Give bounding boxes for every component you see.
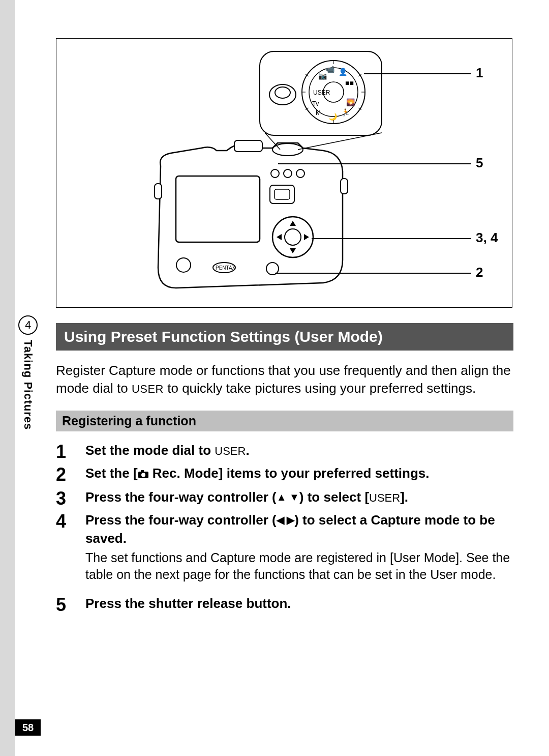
steps-list: 1 Set the mode dial to USER. 2 Set the [… — [56, 442, 513, 618]
callout-label-34: 3, 4 — [476, 230, 498, 246]
svg-rect-43 — [141, 470, 144, 472]
step-text-part: Set the [ — [85, 466, 138, 481]
step-text-part: Rec. Mode] items to your preferred setti… — [149, 466, 430, 481]
step-note: The set functions and Capture mode are r… — [85, 547, 513, 590]
section-title-bar: Using Preset Function Settings (User Mod… — [56, 323, 513, 351]
step-text: Press the four-way controller (◀ ▶) to s… — [85, 511, 513, 595]
step-row: 4 Press the four-way controller (◀ ▶) to… — [56, 511, 513, 595]
step-text: Set the [ Rec. Mode] items to your prefe… — [85, 464, 513, 488]
chapter-number-badge: 4 — [18, 315, 38, 335]
step-text-part: ]. — [400, 489, 408, 505]
user-mode-text: USER — [215, 445, 246, 457]
svg-point-44 — [141, 473, 145, 477]
up-down-arrows-icon: ▲ ▼ — [277, 491, 299, 503]
callout-line — [364, 73, 471, 74]
step-text: Set the mode dial to USER. — [85, 442, 513, 464]
svg-line-41 — [298, 133, 382, 150]
callout-label-5: 5 — [476, 155, 483, 171]
margin-stripe — [0, 0, 15, 756]
svg-line-40 — [265, 133, 280, 150]
callout-label-2: 2 — [476, 265, 483, 280]
illustration-box: USER ■■ 👤 📹 📷 🌄 🏃 🌙 M Tv — [56, 38, 512, 308]
chapter-sidebar: 4 Taking Pictures — [15, 315, 41, 430]
step-text-part: Press the four-way controller ( — [85, 489, 277, 505]
left-right-arrows-icon: ◀ ▶ — [277, 514, 295, 526]
callout-line — [312, 238, 471, 239]
step-row: 1 Set the mode dial to USER. — [56, 442, 513, 464]
user-mode-text: USER — [369, 491, 400, 504]
subsection-heading: Registering a function — [56, 411, 513, 431]
step-number: 3 — [56, 488, 85, 511]
step-number: 5 — [56, 595, 85, 618]
page-content: USER ■■ 👤 📹 📷 🌄 🏃 🌙 M Tv — [56, 38, 513, 618]
callout-label-1: 1 — [476, 65, 483, 81]
intro-part-b: to quickly take pictures using your pref… — [164, 381, 476, 396]
step-number: 2 — [56, 464, 85, 488]
chapter-label: Taking Pictures — [21, 340, 35, 430]
callout-line — [278, 163, 471, 164]
page-number: 58 — [15, 719, 41, 736]
step-text-part: Press the four-way controller ( — [85, 512, 277, 528]
callout-connector-lines — [56, 39, 513, 308]
step-row: 2 Set the [ Rec. Mode] items to your pre… — [56, 464, 513, 488]
intro-text: Register Capture mode or functions that … — [56, 362, 513, 397]
user-mode-text: USER — [132, 383, 164, 395]
step-row: 5 Press the shutter release button. — [56, 595, 513, 618]
step-text: Press the four-way controller (▲ ▼) to s… — [85, 488, 513, 511]
step-number: 4 — [56, 511, 85, 595]
step-row: 3 Press the four-way controller (▲ ▼) to… — [56, 488, 513, 511]
step-number: 1 — [56, 442, 85, 464]
step-text: Press the shutter release button. — [85, 595, 513, 618]
camera-icon — [138, 466, 149, 483]
step-text-part: ) to select [ — [299, 489, 369, 505]
step-text-part: Set the mode dial to — [85, 443, 215, 458]
callout-line — [275, 273, 471, 274]
step-text-part: . — [246, 443, 249, 458]
